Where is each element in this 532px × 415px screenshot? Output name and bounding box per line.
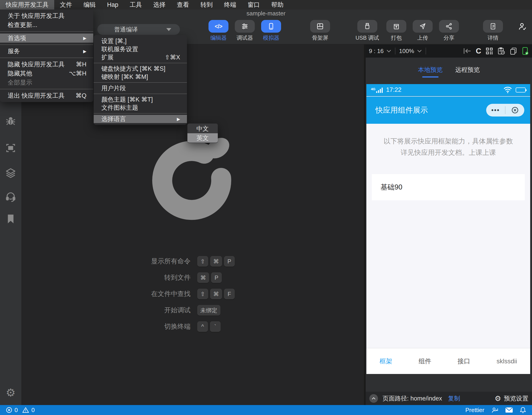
refresh-icon[interactable]: C: [476, 47, 481, 55]
menu-item-quit[interactable]: 退出 快应用开发工具⌘Q: [0, 91, 93, 100]
menu-item-services[interactable]: 服务▶: [0, 47, 93, 56]
menu-item-hide-others[interactable]: 隐藏其他⌥⌘H: [0, 69, 93, 78]
menubar-item-hap[interactable]: Hap: [101, 0, 124, 9]
layers-icon[interactable]: [5, 167, 16, 178]
menu-item-about[interactable]: 关于 快应用开发工具: [0, 11, 93, 20]
zoom-level-select[interactable]: 100%: [399, 48, 414, 55]
menubar-item-selection[interactable]: 选择: [148, 0, 171, 9]
usb-debug-button[interactable]: USB 调试: [352, 20, 383, 41]
qr-code-icon[interactable]: [485, 47, 493, 55]
mail-icon[interactable]: [505, 407, 513, 413]
menu-item-online-services[interactable]: 联机服务设置: [94, 45, 187, 53]
tab-remote-preview[interactable]: 远程预览: [455, 66, 480, 76]
phone-tab-interface[interactable]: 接口: [458, 357, 470, 366]
phone-tab-components[interactable]: 组件: [418, 357, 431, 366]
phone-tab-custom[interactable]: sklssdii: [497, 358, 517, 365]
toolbar-separator: [395, 48, 395, 54]
warnings-icon[interactable]: [22, 407, 29, 413]
headset-support-icon[interactable]: [5, 191, 16, 202]
menubar-item-go[interactable]: 转到: [195, 0, 218, 9]
shortcut-hints: 显示所有命令 ⇧⌘P 转到文件 ⌘P 在文件中查找 ⇧⌘F 开始调试 未绑定 切…: [88, 256, 235, 332]
collapse-button[interactable]: [369, 394, 378, 403]
menubar-item-app[interactable]: 快应用开发工具: [0, 0, 54, 9]
menubar-item-terminal[interactable]: 终端: [218, 0, 242, 9]
menu-item-settings[interactable]: 设置 [⌘,]: [94, 37, 187, 45]
chevron-down-icon[interactable]: [417, 49, 422, 53]
menubar-item-help[interactable]: 帮助: [266, 0, 289, 9]
preview-settings-label[interactable]: 预览设置: [504, 394, 528, 403]
menu-item-keyboard-shortcuts[interactable]: 键盘快捷方式 [⌘K ⌘S]: [94, 65, 187, 73]
menubar-item-tools[interactable]: 工具: [124, 0, 148, 9]
menubar-item-view[interactable]: 查看: [171, 0, 195, 9]
preferences-submenu: 设置 [⌘,] 联机服务设置 扩展⇧⌘X 键盘快捷方式 [⌘K ⌘S] 键映射 …: [94, 35, 187, 125]
simulator-button[interactable]: 模拟器: [258, 20, 284, 41]
app-logo-watermark: [144, 131, 239, 229]
screen-capture-icon[interactable]: [5, 143, 16, 153]
code-icon: </>: [215, 23, 222, 30]
copy-path-link[interactable]: 复制: [448, 394, 460, 403]
clock-text: 17:22: [386, 86, 401, 93]
menu-item-keymaps[interactable]: 键映射 [⌘K ⌘M]: [94, 73, 187, 81]
intro-text: 以下将展示快应用框架能力，具体属性参数 详见快应用开发文档。上课上课: [366, 136, 530, 158]
log-clipboard-icon[interactable]: [497, 47, 505, 55]
editor-button[interactable]: </> 编辑器: [205, 20, 232, 41]
close-app-button[interactable]: [505, 107, 524, 114]
menu-item-hide-app[interactable]: 隐藏 快应用开发工具⌘H: [0, 60, 93, 69]
menu-item-check-updates[interactable]: 检查更新...: [0, 20, 93, 29]
menu-separator: [0, 45, 93, 45]
menubar-item-file[interactable]: 文件: [54, 0, 78, 9]
menu-item-chinese[interactable]: 中文: [187, 124, 218, 133]
account-button[interactable]: [512, 20, 532, 31]
bookmark-icon[interactable]: [5, 213, 16, 224]
phone-app-title: 快应用组件展示: [375, 105, 428, 115]
phone-simulator: 4G 17:22 快应用组件展示 ••• 以下将展示快应用框架能力，具体属性参数…: [366, 84, 530, 374]
device-connected-icon[interactable]: [522, 47, 529, 55]
share-button[interactable]: 分享: [436, 20, 462, 41]
skeleton-screen-button[interactable]: 骨架屏: [307, 20, 333, 41]
chevron-down-icon[interactable]: [386, 49, 391, 53]
debugger-button[interactable]: 调试器: [232, 20, 258, 41]
compile-mode-select[interactable]: 普通编译: [97, 24, 180, 35]
back-icon[interactable]: [463, 48, 471, 54]
tab-local-preview[interactable]: 本地预览: [418, 66, 443, 76]
menu-separator: [94, 94, 187, 94]
menubar-item-window[interactable]: 窗口: [242, 0, 266, 9]
errors-icon[interactable]: [6, 407, 12, 413]
preview-toolbar: 9 : 16 100% C: [366, 45, 532, 58]
menu-separator: [0, 89, 93, 89]
share-icon: [446, 23, 452, 30]
shortcut-keys: ⌘P: [197, 272, 235, 283]
menu-item-color-theme[interactable]: 颜色主题 [⌘K ⌘T]: [94, 95, 187, 104]
menu-item-english[interactable]: 英文: [187, 133, 218, 143]
preview-settings-gear-icon[interactable]: ⚙: [494, 394, 501, 403]
menubar-item-edit[interactable]: 编辑: [78, 0, 101, 9]
debug-bug-icon[interactable]: [5, 116, 16, 127]
menu-item-extensions[interactable]: 扩展⇧⌘X: [94, 53, 187, 61]
bell-icon[interactable]: [520, 407, 526, 413]
formatter-label[interactable]: Prettier: [465, 407, 484, 414]
chevron-down-icon: [166, 28, 171, 31]
errors-count: 0: [15, 407, 18, 414]
details-button[interactable]: 详情: [480, 20, 506, 41]
menu-item-file-icon-theme[interactable]: 文件图标主题: [94, 104, 187, 112]
aspect-ratio-select[interactable]: 9 : 16: [369, 48, 384, 55]
settings-gear-icon[interactable]: ⚙: [5, 387, 16, 398]
phone-tab-bar: 框架 组件 接口 sklssdii: [366, 348, 530, 374]
panel-divider: [364, 45, 366, 405]
layout-icon: [317, 23, 323, 30]
menu-item-select-language[interactable]: 选择语言▶: [94, 115, 187, 123]
signal-icon: 4G: [371, 87, 383, 93]
list-item-basic[interactable]: 基础90: [372, 174, 525, 200]
phone-tab-framework[interactable]: 框架: [380, 357, 392, 366]
package-button[interactable]: 打包: [383, 20, 409, 41]
capsule-menu: •••: [486, 104, 524, 117]
more-menu-button[interactable]: •••: [486, 107, 505, 114]
upload-button[interactable]: 上传: [409, 20, 436, 41]
send-icon: [419, 23, 426, 30]
shortcut-keys: 未绑定: [197, 305, 235, 315]
menu-item-preferences[interactable]: 首选项▶: [0, 34, 93, 43]
menu-item-user-snippets[interactable]: 用户片段: [94, 84, 187, 92]
copy-icon[interactable]: [510, 47, 517, 55]
menu-separator: [0, 31, 93, 32]
feedback-icon[interactable]: [491, 406, 498, 414]
